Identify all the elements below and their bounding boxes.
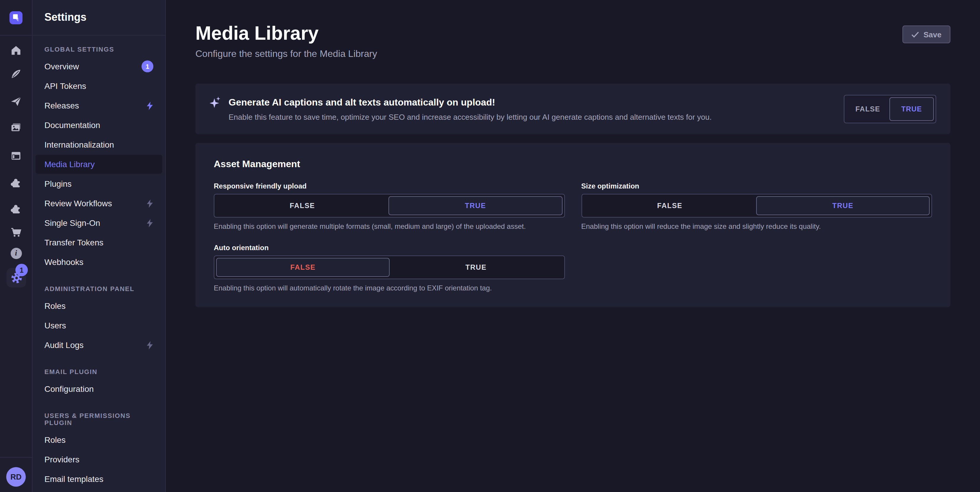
field-auto-orientation: Auto orientation FALSE TRUE Enabling thi… [214, 244, 565, 293]
responsive-upload-toggle: FALSE TRUE [214, 194, 565, 217]
settings-notification-badge: 1 [15, 264, 28, 276]
section-label: ADMINISTRATION PANEL [33, 285, 165, 292]
app-window: i 1 RD Settings GLOBAL SETTINGS Overview… [0, 0, 980, 492]
lightning-icon [146, 219, 153, 227]
sparkle-icon [210, 96, 221, 108]
sidebar-item-providers[interactable]: Providers [35, 450, 162, 469]
sidebar-item-users[interactable]: Users [35, 316, 162, 335]
section-administration-panel: ADMINISTRATION PANEL Roles Users Audit L… [33, 285, 165, 355]
section-users-permissions-plugin: USERS & PERMISSIONS PLUGIN Roles Provide… [33, 412, 165, 489]
sidebar-item-review-workflows[interactable]: Review Workflows [35, 194, 162, 213]
banner-description: Enable this feature to save time, optimi… [229, 112, 835, 122]
toggle-false-option[interactable]: FALSE [846, 97, 889, 121]
cart-icon[interactable] [10, 226, 22, 239]
sidebar-item-up-roles[interactable]: Roles [35, 430, 162, 449]
puzzle-icon[interactable] [10, 202, 22, 215]
ai-captions-toggle: FALSE TRUE [844, 94, 936, 123]
sidebar-title: Settings [45, 11, 86, 24]
panel-title: Asset Management [214, 159, 932, 169]
section-global-settings: GLOBAL SETTINGS Overview 1 API Tokens Re… [33, 46, 165, 272]
asset-management-panel: Asset Management Responsive friendly upl… [196, 143, 950, 307]
feather-icon[interactable] [10, 67, 22, 81]
size-optimization-toggle: FALSE TRUE [581, 194, 932, 217]
home-icon[interactable] [10, 44, 22, 57]
save-button[interactable]: Save [902, 26, 950, 43]
overview-count-badge: 1 [142, 61, 153, 72]
field-label: Responsive friendly upload [214, 182, 565, 190]
section-email-plugin: EMAIL PLUGIN Configuration [33, 368, 165, 398]
lightning-icon [146, 199, 153, 208]
puzzle-icon[interactable] [10, 176, 22, 189]
auto-orientation-toggle: FALSE TRUE [214, 256, 565, 279]
settings-sidebar: Settings GLOBAL SETTINGS Overview 1 API … [33, 0, 166, 492]
field-responsive-friendly-upload: Responsive friendly upload FALSE TRUE En… [214, 182, 565, 231]
sidebar-item-api-tokens[interactable]: API Tokens [35, 77, 162, 96]
main-nav-rail: i 1 RD [0, 0, 33, 492]
sidebar-item-releases[interactable]: Releases [35, 96, 162, 115]
lightning-icon [146, 101, 153, 110]
sidebar-item-internationalization[interactable]: Internationalization [35, 135, 162, 154]
field-label: Auto orientation [214, 244, 565, 252]
brand-header [0, 0, 32, 35]
sidebar-item-plugins[interactable]: Plugins [35, 174, 162, 193]
page-title: Media Library [196, 22, 377, 44]
section-label: GLOBAL SETTINGS [33, 46, 165, 53]
toggle-true-option[interactable]: TRUE [390, 258, 563, 277]
toggle-true-option[interactable]: TRUE [389, 196, 563, 215]
sidebar-item-email-templates[interactable]: Email templates [35, 470, 162, 489]
lightning-icon [146, 340, 153, 350]
user-avatar[interactable]: RD [6, 467, 26, 487]
rail-divider [0, 457, 32, 458]
toggle-false-option[interactable]: FALSE [216, 258, 390, 277]
field-hint: Enabling this option will reduce the ima… [581, 222, 932, 231]
check-icon [911, 31, 919, 38]
banner-title: Generate AI captions and alt texts autom… [229, 96, 495, 109]
section-label: USERS & PERMISSIONS PLUGIN [33, 412, 165, 426]
layout-icon[interactable] [10, 149, 22, 163]
sidebar-item-roles[interactable]: Roles [35, 296, 162, 315]
ai-captions-banner: Generate AI captions and alt texts autom… [196, 83, 950, 134]
media-library-icon[interactable] [10, 121, 22, 134]
strapi-logo-icon[interactable] [10, 11, 22, 24]
page-header: Media Library Configure the settings for… [196, 22, 950, 59]
sidebar-item-audit-logs[interactable]: Audit Logs [35, 335, 162, 355]
paper-plane-icon[interactable] [10, 95, 22, 108]
sidebar-item-single-sign-on[interactable]: Single Sign-On [35, 213, 162, 232]
toggle-true-option[interactable]: TRUE [889, 97, 934, 121]
field-hint: Enabling this option will generate multi… [214, 222, 565, 231]
page-subtitle: Configure the settings for the Media Lib… [196, 49, 377, 59]
section-label: EMAIL PLUGIN [33, 368, 165, 375]
field-label: Size optimization [581, 182, 932, 190]
main-content: Media Library Configure the settings for… [166, 0, 980, 492]
sidebar-item-configuration[interactable]: Configuration [35, 379, 162, 398]
sidebar-item-webhooks[interactable]: Webhooks [35, 252, 162, 272]
sidebar-item-transfer-tokens[interactable]: Transfer Tokens [35, 233, 162, 252]
sidebar-item-media-library[interactable]: Media Library [35, 155, 162, 174]
toggle-true-option[interactable]: TRUE [756, 196, 930, 215]
info-icon[interactable]: i [10, 247, 22, 260]
sidebar-item-overview[interactable]: Overview 1 [35, 57, 162, 76]
toggle-false-option[interactable]: FALSE [216, 196, 389, 215]
sidebar-item-documentation[interactable]: Documentation [35, 116, 162, 134]
toggle-false-option[interactable]: FALSE [584, 196, 756, 215]
field-size-optimization: Size optimization FALSE TRUE Enabling th… [581, 182, 932, 231]
sidebar-header: Settings [33, 0, 165, 35]
field-hint: Enabling this option will automatically … [214, 284, 565, 293]
